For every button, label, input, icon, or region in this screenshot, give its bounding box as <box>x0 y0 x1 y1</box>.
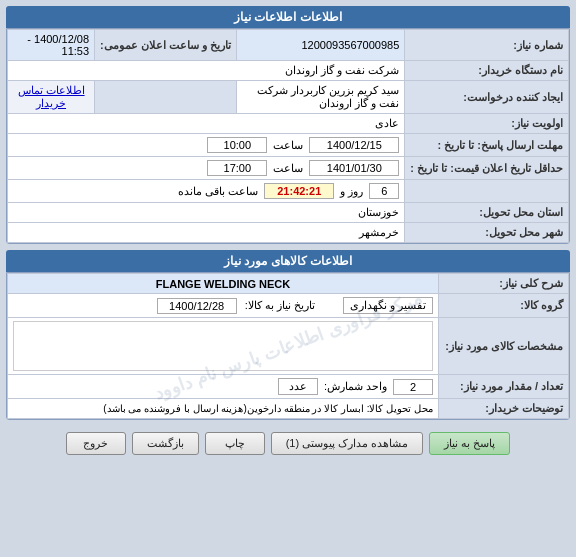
print-button[interactable]: چاپ <box>205 432 265 455</box>
table-row: حداقل تاریخ اعلان قیمت: تا تاریخ : 1401/… <box>8 157 569 180</box>
table-row: نام دستگاه خریدار: شرکت نفت و گاز اروندا… <box>8 61 569 81</box>
value-creator: سید کریم بزرین کاربردار شرکت نفت و گاز ا… <box>236 81 404 114</box>
value-product-group: تفسیر و نگهداری تاریخ نیاز به کالا: 1400… <box>8 294 439 318</box>
label-creator: ایجاد کننده درخواست: <box>405 81 569 114</box>
section1-box: شماره نیاز: 1200093567000985 تاریخ و ساع… <box>6 28 570 244</box>
label-buyer-note: توضیحات خریدار: <box>439 399 569 419</box>
label-city: شهر محل تحویل: <box>405 223 569 243</box>
value-specs <box>8 318 439 375</box>
section2-header: اطلاعات کالاهای مورد نیاز <box>6 250 570 272</box>
main-container: اطلاعات اطلاعات نیاز شماره نیاز: 1200093… <box>0 0 576 557</box>
table-row: 6 روز و 21:42:21 ساعت باقی مانده <box>8 180 569 203</box>
label-buyer-name: نام دستگاه خریدار: <box>405 61 569 81</box>
table-row: استان محل تحویل: خوزستان <box>8 203 569 223</box>
value-buyer-note: محل تحویل کالا: ابسار کالا در منطقه دارخ… <box>8 399 439 419</box>
table-row: شهر محل تحویل: خرمشهر <box>8 223 569 243</box>
value-order-num: 1200093567000985 <box>236 30 404 61</box>
value-province: خوزستان <box>8 203 405 223</box>
label-qty: تعداد / مقدار مورد نیاز: <box>439 375 569 399</box>
value-deadline: 1400/12/15 ساعت 10:00 <box>8 134 405 157</box>
attachment-button[interactable]: مشاهده مدارک پیوستی (1) <box>271 432 424 455</box>
label-countdown-empty <box>405 180 569 203</box>
table-row: ایجاد کننده درخواست: سید کریم بزرین کارب… <box>8 81 569 114</box>
value-min-date: 1401/01/30 ساعت 17:00 <box>8 157 405 180</box>
reply-button[interactable]: پاسخ به نیاز <box>429 432 510 455</box>
section2-box: مرکز فراوری اطلاعات پارس نام داوود شرح ک… <box>6 272 570 420</box>
exit-button[interactable]: خروج <box>66 432 126 455</box>
label-announce-date: تاریخ و ساعت اعلان عمومی: <box>95 30 237 61</box>
label-product-group: گروه کالا: <box>439 294 569 318</box>
table-row: مهلت ارسال پاسخ: تا تاریخ : 1400/12/15 س… <box>8 134 569 157</box>
bottom-buttons: پاسخ به نیاز مشاهده مدارک پیوستی (1) چاپ… <box>6 426 570 461</box>
info-table-1: شماره نیاز: 1200093567000985 تاریخ و ساع… <box>7 29 569 243</box>
table-row: توضیحات خریدار: محل تحویل کالا: ابسار کا… <box>8 399 569 419</box>
table-row: گروه کالا: تفسیر و نگهداری تاریخ نیاز به… <box>8 294 569 318</box>
table-row: مشخصات کالای مورد نیاز: <box>8 318 569 375</box>
section1-header: اطلاعات اطلاعات نیاز <box>6 6 570 28</box>
table-row: شرح کلی نیاز: FLANGE WELDING NECK <box>8 274 569 294</box>
buyer-contact-link[interactable]: اطلاعات تماس خریدار <box>8 81 95 114</box>
label-specs: مشخصات کالای مورد نیاز: <box>439 318 569 375</box>
value-countdown: 6 روز و 21:42:21 ساعت باقی مانده <box>8 180 405 203</box>
label-order-num: شماره نیاز: <box>405 30 569 61</box>
label-priority: اولویت نیاز: <box>405 114 569 134</box>
label-deadline: مهلت ارسال پاسخ: تا تاریخ : <box>405 134 569 157</box>
back-button[interactable]: بازگشت <box>132 432 199 455</box>
table-row: تعداد / مقدار مورد نیاز: 2 واحد شمارش: ع… <box>8 375 569 399</box>
label-general-desc: شرح کلی نیاز: <box>439 274 569 294</box>
value-announce-date: 1400/12/08 - 11:53 <box>8 30 95 61</box>
info-table-2: شرح کلی نیاز: FLANGE WELDING NECK گروه ک… <box>7 273 569 419</box>
label-min-date: حداقل تاریخ اعلان قیمت: تا تاریخ : <box>405 157 569 180</box>
table-row: شماره نیاز: 1200093567000985 تاریخ و ساع… <box>8 30 569 61</box>
table-row: اولویت نیاز: عادی <box>8 114 569 134</box>
value-buyer-name: شرکت نفت و گاز اروندان <box>8 61 405 81</box>
label-province: استان محل تحویل: <box>405 203 569 223</box>
value-priority: عادی <box>8 114 405 134</box>
value-general-desc: FLANGE WELDING NECK <box>8 274 439 294</box>
value-city: خرمشهر <box>8 223 405 243</box>
value-qty: 2 واحد شمارش: عدد <box>8 375 439 399</box>
label-contact-empty <box>95 81 237 114</box>
